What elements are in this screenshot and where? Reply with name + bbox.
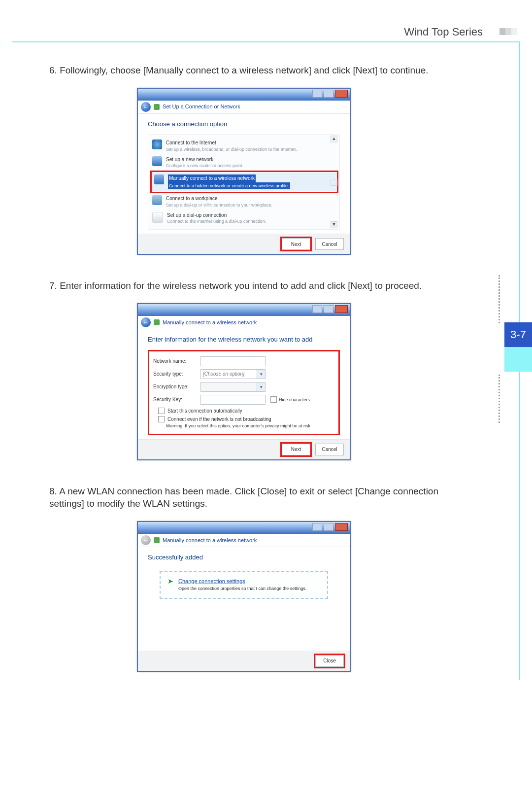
- opt4-desc: Set up a dial-up or VPN connection to yo…: [166, 202, 272, 208]
- opt2-desc: Configure a new router or access point.: [166, 163, 243, 169]
- change-connection-settings[interactable]: ➤ Change connection settings Open the co…: [160, 571, 328, 599]
- chevron-down-icon: ▾: [257, 370, 265, 379]
- label-network-name: Network name:: [153, 358, 200, 365]
- change-connection-settings-title: Change connection settings: [178, 578, 306, 585]
- step-7: 7. Enter information for the wireless ne…: [49, 279, 438, 292]
- scroll-thumb[interactable]: [331, 179, 337, 186]
- dialog3-breadcrumb-text: Manually connect to a wireless network: [163, 537, 257, 544]
- wifi-icon: [154, 174, 164, 184]
- globe-icon: [152, 139, 162, 149]
- network-icon: [154, 319, 160, 325]
- page-header-title: Wind Top Series: [404, 26, 483, 38]
- dialog3-title: Successfully added: [148, 553, 340, 562]
- dialog1-breadcrumb: ← Set Up a Connection or Network: [138, 101, 350, 114]
- opt1-desc: Set up a wireless, broadband, or dial-up…: [166, 146, 297, 152]
- cancel-button[interactable]: Cancel: [315, 238, 344, 250]
- maximize-button[interactable]: [324, 523, 333, 531]
- dialog2-breadcrumb-text: Manually connect to a wireless network: [163, 319, 257, 326]
- security-key-field[interactable]: [200, 395, 266, 405]
- encryption-type-select[interactable]: ▾: [200, 382, 266, 392]
- arrow-right-icon: ➤: [167, 578, 174, 585]
- dialog-enter-info: ← Manually connect to a wireless network…: [137, 303, 351, 460]
- next-button[interactable]: Next: [282, 444, 310, 455]
- step-8-text: A new WLAN connection has been made. Cli…: [49, 486, 438, 509]
- security-type-placeholder: [Choose an option]: [201, 371, 244, 377]
- step-7-number: 7.: [49, 280, 57, 291]
- close-button[interactable]: [335, 90, 348, 98]
- opt3-title: Manually connect to a wireless network: [168, 174, 256, 182]
- step-6-number: 6.: [49, 65, 57, 75]
- option-manual-wireless-highlight: Manually connect to a wireless network C…: [150, 171, 338, 193]
- workplace-icon: [152, 195, 162, 205]
- option-dialup[interactable]: Set up a dial-up connection Connect to t…: [150, 210, 338, 227]
- dialog1-title: Choose a connection option: [148, 120, 340, 129]
- back-button[interactable]: ←: [141, 102, 151, 112]
- step-7-text: Enter information for the wireless netwo…: [60, 280, 422, 291]
- minimize-button[interactable]: [312, 523, 322, 531]
- network-icon: [154, 104, 160, 110]
- option-new-network[interactable]: Set up a new network Configure a new rou…: [150, 154, 338, 171]
- dialog1-titlebar: [138, 89, 350, 101]
- dialog1-breadcrumb-text: Set Up a Connection or Network: [163, 103, 240, 110]
- wireless-form-highlight: Network name: Security type: [Choose an …: [148, 350, 340, 435]
- opt5-title: Set up a dial-up connection: [167, 212, 266, 219]
- connection-options-list: ▲ ▼ Connect to the Internet Set up a wir…: [148, 134, 340, 230]
- step-6: 6. Followingly, choose [Manually connect…: [49, 64, 438, 77]
- margin-dots-upper: [499, 275, 500, 323]
- opt3-desc: Connect to a hidden network or create a …: [168, 182, 290, 189]
- minimize-button[interactable]: [312, 305, 322, 313]
- maximize-button[interactable]: [324, 305, 333, 313]
- page-number-tab-accent: [504, 347, 532, 372]
- non-broadcast-label: Connect even if the network is not broad…: [167, 416, 271, 423]
- router-icon: [152, 156, 162, 166]
- opt2-title: Set up a new network: [166, 156, 243, 163]
- step-8-number: 8.: [49, 486, 57, 496]
- cancel-button[interactable]: Cancel: [315, 444, 344, 455]
- dialog3-breadcrumb: ← Manually connect to a wireless network: [138, 534, 350, 547]
- non-broadcast-checkbox[interactable]: [158, 416, 165, 422]
- back-button-disabled: ←: [141, 535, 151, 545]
- auto-connect-checkbox[interactable]: [158, 408, 165, 414]
- dialog-choose-connection: ← Set Up a Connection or Network Choose …: [137, 88, 351, 255]
- dialog2-titlebar: [138, 304, 350, 316]
- option-workplace[interactable]: Connect to a workplace Set up a dial-up …: [150, 193, 338, 210]
- change-connection-settings-desc: Open the connection properties so that I…: [178, 586, 306, 591]
- close-dialog-button[interactable]: Close: [315, 655, 344, 667]
- label-security-type: Security type:: [153, 371, 200, 378]
- option-manual-wireless[interactable]: Manually connect to a wireless network C…: [152, 173, 336, 191]
- scroll-up-button[interactable]: ▲: [331, 136, 337, 142]
- header-decor-bars: [499, 28, 517, 35]
- hide-characters-checkbox[interactable]: [270, 396, 277, 403]
- scroll-down-button[interactable]: ▼: [331, 221, 337, 228]
- dialog2-breadcrumb: ← Manually connect to a wireless network: [138, 316, 350, 329]
- network-icon: [154, 537, 160, 543]
- label-security-key: Security Key:: [153, 396, 200, 403]
- minimize-button[interactable]: [312, 90, 322, 98]
- network-name-field[interactable]: [200, 356, 266, 366]
- close-button[interactable]: [335, 305, 348, 313]
- dialog-success: ← Manually connect to a wireless network…: [137, 521, 351, 672]
- option-connect-internet[interactable]: Connect to the Internet Set up a wireles…: [150, 138, 338, 154]
- privacy-warning: Warning: If you select this option, your…: [166, 423, 334, 429]
- page-number-tab: 3-7: [504, 322, 532, 347]
- opt1-title: Connect to the Internet: [166, 139, 297, 146]
- maximize-button[interactable]: [324, 90, 333, 98]
- label-encryption-type: Encryption type:: [153, 383, 200, 390]
- auto-connect-label: Start this connection automatically: [167, 408, 242, 415]
- opt5-desc: Connect to the Internet using a dial-up …: [167, 218, 266, 224]
- hide-characters-label: Hide characters: [279, 397, 310, 403]
- security-type-select[interactable]: [Choose an option] ▾: [200, 369, 266, 379]
- step-6-text: Followingly, choose [Manually connect to…: [60, 65, 428, 75]
- chevron-down-icon: ▾: [257, 382, 265, 391]
- dialog2-title: Enter information for the wireless netwo…: [148, 335, 340, 344]
- step-8: 8. A new WLAN connection has been made. …: [49, 485, 438, 510]
- opt4-title: Connect to a workplace: [166, 195, 272, 202]
- close-button[interactable]: [335, 523, 348, 531]
- dialog3-titlebar: [138, 522, 350, 534]
- back-button[interactable]: ←: [141, 317, 151, 327]
- next-button[interactable]: Next: [282, 238, 310, 250]
- dialup-icon: [152, 212, 163, 223]
- margin-dots-lower: [499, 375, 500, 423]
